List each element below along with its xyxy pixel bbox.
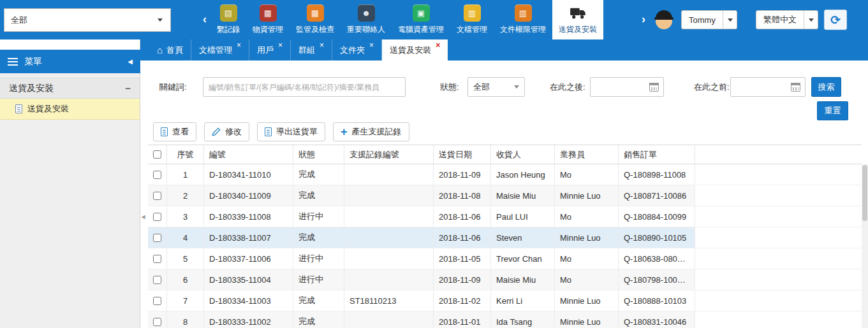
tab-users[interactable]: 用戶× <box>249 39 291 61</box>
cell-code: D-180338-11007 <box>204 227 293 248</box>
cell-sales_order: Q-180638-080… <box>619 248 695 269</box>
tab-documents[interactable]: 文檔管理× <box>191 39 249 61</box>
module-documents-folder[interactable]: ▥文檔管理 <box>450 0 494 39</box>
delivery-table: 序號編號狀態支援記錄編號送貨日期收貨人業務員銷售訂單 1D-180341-110… <box>148 145 862 328</box>
user-menu-button[interactable]: Tommy <box>681 10 737 29</box>
documents-folder-icon: ▥ <box>464 4 481 22</box>
modules-scroll-left-icon[interactable]: ‹ <box>203 13 207 26</box>
sidebar-item-delivery[interactable]: 送貨及安裝 <box>0 99 140 120</box>
scrollbar[interactable] <box>862 164 868 328</box>
home-icon: ⌂ <box>157 45 163 55</box>
language-menu-button[interactable]: 繁體中文 <box>756 10 818 29</box>
row-checkbox-cell <box>148 164 167 185</box>
scope-select[interactable]: 全部 <box>4 8 171 32</box>
view-button[interactable]: 查看 <box>153 122 196 141</box>
modules-scroll-right-icon[interactable]: › <box>642 13 645 26</box>
row-checkbox[interactable] <box>153 297 161 305</box>
view-button-label: 查看 <box>172 126 189 138</box>
cell-code: D-180341-11010 <box>204 164 293 185</box>
cell-support_no <box>344 248 434 269</box>
close-tab-icon[interactable]: × <box>237 41 241 49</box>
cell-consignee: Maisie Miu <box>491 185 555 206</box>
collapse-panel-icon[interactable]: ◀ <box>140 209 147 225</box>
table-row[interactable]: 8D-180333-11002完成2018-11-01Ida TsangMinn… <box>148 311 862 328</box>
tab-delivery[interactable]: 送貨及安裝× <box>382 39 448 61</box>
row-filler <box>695 290 862 311</box>
close-tab-icon[interactable]: × <box>436 41 440 49</box>
cell-delivery_date: 2018-11-09 <box>434 269 491 290</box>
row-checkbox[interactable] <box>153 171 161 179</box>
cell-sales_order: Q-180888-10103 <box>619 290 695 311</box>
cell-serial: 1 <box>167 164 204 185</box>
cell-sales_order: Q-180898-11008 <box>619 164 695 185</box>
tab-home[interactable]: ⌂首頁 <box>149 39 191 61</box>
sidebar-section-delivery[interactable]: 送貨及安裝 − <box>0 78 140 99</box>
reset-button[interactable]: 重置 <box>817 101 848 120</box>
module-file-permissions[interactable]: ▥文件權限管理 <box>494 0 552 39</box>
avatar[interactable] <box>652 8 676 32</box>
tab-groups[interactable]: 群組× <box>291 39 332 61</box>
collapse-sidebar-icon[interactable]: ◀ <box>128 58 133 65</box>
toolbar: 查看 修改 導出送貨單 產生支援記錄 <box>153 122 409 141</box>
select-all-checkbox[interactable] <box>153 150 161 159</box>
table-row[interactable]: 5D-180337-11006进行中2018-11-05Trevor ChanM… <box>148 248 862 269</box>
close-tab-icon[interactable]: × <box>320 41 324 49</box>
edit-button[interactable]: 修改 <box>204 122 249 141</box>
status-label: 狀態: <box>440 77 459 97</box>
close-tab-icon[interactable]: × <box>278 41 283 49</box>
cell-support_no <box>344 185 434 206</box>
table-row[interactable]: 3D-180339-11008进行中2018-11-06Paul LUIMoQ-… <box>148 206 862 227</box>
date-before-input[interactable] <box>730 77 805 97</box>
row-checkbox[interactable] <box>153 234 161 242</box>
module-materials[interactable]: ▦物資管理 <box>246 0 290 39</box>
cell-status: 完成 <box>293 185 344 206</box>
calendar-icon[interactable] <box>791 83 800 92</box>
row-filler <box>695 185 862 206</box>
status-select[interactable]: 全部 <box>467 77 525 97</box>
calendar-icon[interactable] <box>649 83 659 92</box>
cell-salesman: Mo <box>555 206 619 227</box>
refresh-button[interactable]: ⟳ <box>824 10 847 30</box>
row-checkbox[interactable] <box>153 318 161 326</box>
menu-header[interactable]: 菜單 ◀ <box>0 50 140 73</box>
row-checkbox-cell <box>148 311 167 328</box>
table-row[interactable]: 7D-180334-11003完成ST181102132018-11-02Ker… <box>148 290 862 311</box>
table-row[interactable]: 1D-180341-11010完成2018-11-09Jason HeungMo… <box>148 164 862 185</box>
table-row[interactable]: 4D-180338-11007完成2018-11-06StevenMinnie … <box>148 227 862 248</box>
table-row[interactable]: 2D-180340-11009完成2018-11-08Maisie MiuMin… <box>148 185 862 206</box>
sidebar-section-label: 送貨及安裝 <box>9 83 54 94</box>
tab-label: 文件夾 <box>340 45 365 56</box>
row-checkbox[interactable] <box>153 276 161 284</box>
table-row[interactable]: 6D-180335-11004进行中2018-11-09Maisie MiuMo… <box>148 269 862 290</box>
module-computer-assets[interactable]: ▣電腦資產管理 <box>392 0 450 39</box>
module-delivery-truck[interactable]: 送貨及安裝 <box>552 0 603 39</box>
materials-icon: ▦ <box>260 4 277 22</box>
row-checkbox[interactable] <box>153 213 161 221</box>
module-inspection-calendar[interactable]: ▦監管及檢查 <box>290 0 341 39</box>
row-checkbox[interactable] <box>153 255 161 263</box>
collapse-section-icon[interactable]: − <box>125 83 131 94</box>
close-tab-icon[interactable]: × <box>369 41 374 49</box>
chevron-down-icon[interactable] <box>804 18 818 22</box>
cell-salesman: Minnie Luo <box>555 227 619 248</box>
search-button[interactable]: 搜索 <box>811 77 841 97</box>
export-delivery-note-button[interactable]: 導出送貨單 <box>257 122 325 141</box>
cell-consignee: Ida Tsang <box>491 311 555 328</box>
cell-consignee: Steven <box>491 227 555 248</box>
chevron-down-icon[interactable] <box>723 18 737 22</box>
chevron-down-icon <box>158 18 163 22</box>
tab-label: 用戶 <box>257 45 274 56</box>
module-contacts[interactable]: ☻重要聯絡人 <box>341 0 392 39</box>
cell-delivery_date: 2018-11-09 <box>434 164 491 185</box>
row-filler <box>695 311 862 328</box>
keyword-input[interactable] <box>203 77 406 97</box>
scrollbar-thumb[interactable] <box>862 165 867 221</box>
cell-delivery_date: 2018-11-06 <box>434 227 491 248</box>
tab-folders[interactable]: 文件夾× <box>332 39 382 61</box>
row-checkbox[interactable] <box>153 192 161 200</box>
tab-label: 送貨及安裝 <box>390 45 431 56</box>
sidebar: 菜單 ◀ 送貨及安裝 − 送貨及安裝 <box>0 39 140 328</box>
date-after-input[interactable] <box>590 77 664 97</box>
module-ledger[interactable]: ▤繫記錄 <box>210 0 246 39</box>
generate-support-record-button[interactable]: 產生支援記錄 <box>333 122 409 141</box>
